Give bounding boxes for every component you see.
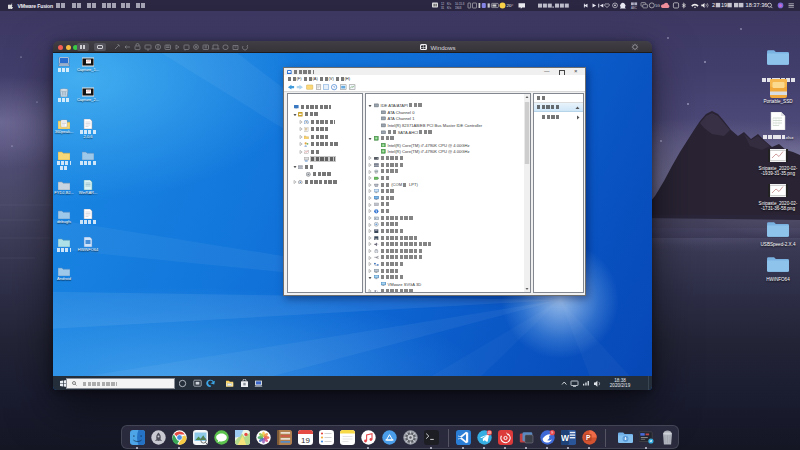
- svg-text:20°: 20°: [507, 3, 514, 8]
- svg-text:19: 19: [721, 2, 727, 8]
- svg-text:31: 31: [441, 6, 445, 10]
- svg-text:2: 2: [712, 2, 715, 8]
- svg-text:9: 9: [551, 431, 553, 435]
- svg-text:48: 48: [487, 431, 491, 435]
- svg-text:K/s: K/s: [447, 6, 452, 10]
- svg-text:ABC: ABC: [631, 6, 637, 10]
- svg-text:18:37:36: 18:37:36: [746, 2, 768, 8]
- svg-text:5G: 5G: [655, 4, 660, 8]
- svg-text:W: W: [561, 433, 570, 443]
- svg-text:P: P: [585, 434, 590, 441]
- svg-text:19: 19: [301, 436, 310, 445]
- svg-text:1903: 1903: [455, 6, 462, 10]
